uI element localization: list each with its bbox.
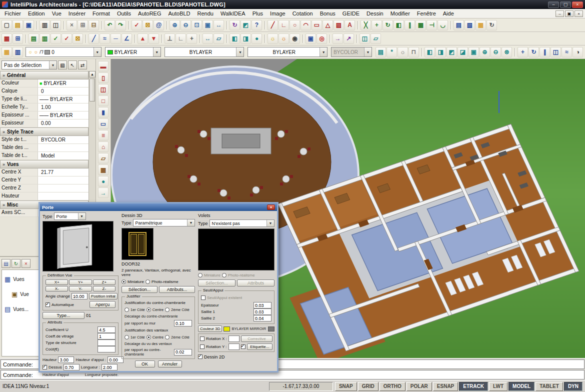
intersect-icon[interactable]: ⊗ [502, 47, 512, 58]
sweep-icon[interactable]: ◪ [458, 47, 468, 58]
select-objects-button[interactable]: ↖ [68, 60, 77, 70]
helix-icon[interactable]: ≈ [562, 47, 572, 58]
axis-rotate-button[interactable]: Z+ [93, 280, 116, 285]
render-mode-radio[interactable] [146, 280, 150, 284]
layer-freeze-icon[interactable]: * [386, 47, 397, 58]
hatch-icon[interactable]: ▨ [334, 20, 344, 30]
circle-icon[interactable]: ○ [290, 20, 300, 30]
angle-input[interactable] [72, 293, 88, 300]
longueur-input[interactable] [102, 364, 118, 370]
zoom-in-icon[interactable]: ⊕ [170, 20, 180, 30]
dessin3d-type-dropdown[interactable]: Paramétrique ▼ [133, 219, 195, 226]
menu-item[interactable]: Cotation [289, 10, 316, 18]
attribute-input[interactable] [98, 346, 116, 352]
type-button[interactable]: Type... [42, 312, 84, 319]
automatique-checkbox[interactable] [46, 302, 50, 307]
ok-button[interactable]: OK [135, 360, 155, 368]
trim-icon[interactable]: ⊣ [426, 20, 437, 30]
menu-item[interactable]: Format [89, 10, 114, 18]
layer-off-icon[interactable]: ☼ [398, 47, 408, 58]
color-3d-swatch[interactable] [224, 326, 230, 332]
menu-item[interactable]: Fichier [1, 10, 24, 18]
print-preview-icon[interactable]: ◫ [50, 20, 61, 30]
sun-properties-icon[interactable]: ☼ [278, 34, 289, 44]
property-value[interactable] [38, 192, 88, 200]
arc-icon[interactable]: ◠ [300, 20, 311, 30]
measure-distance-icon[interactable]: ↔ [202, 34, 213, 44]
offset-vantaux-input[interactable] [174, 349, 192, 356]
array-icon[interactable]: ▦ [416, 20, 426, 30]
redo-icon[interactable]: ↷ [116, 20, 126, 30]
status-toggle[interactable]: ESNAP [433, 382, 458, 391]
property-value[interactable]: 1.00 [38, 104, 88, 111]
color-dropdown[interactable]: BYLAYER ▼ [105, 47, 161, 57]
status-toggle[interactable]: MODEL [508, 382, 534, 391]
section-icon[interactable]: ◫ [550, 47, 561, 58]
volets-render-mode-radio[interactable] [198, 273, 202, 278]
ucs-origin-icon[interactable]: + [186, 34, 197, 44]
hyperlink-icon[interactable]: @ [154, 20, 164, 30]
seuil-input[interactable] [254, 315, 272, 322]
sheet-icon[interactable]: ▤ [28, 34, 39, 44]
couleur-3d-button[interactable]: Couleur 3D [198, 326, 222, 332]
attribute-input[interactable] [98, 340, 116, 346]
child-close-button[interactable]: × [574, 10, 583, 17]
menu-item[interactable]: Fenêtre [414, 10, 440, 18]
shade-mode-icon[interactable]: ◑ [572, 47, 583, 58]
etiquette-button[interactable]: Etiquette... [247, 344, 272, 350]
attributs-button[interactable]: Attributs... [159, 286, 195, 293]
menu-item[interactable]: Bonus [316, 10, 339, 18]
revision-cloud-icon[interactable]: ≈ [100, 34, 110, 44]
box-3d-icon[interactable]: ◧ [230, 34, 240, 44]
property-value[interactable] [38, 184, 88, 192]
line-icon[interactable]: ╱ [268, 20, 278, 30]
etransmit-icon[interactable]: ⊠ [72, 34, 83, 44]
print-icon[interactable]: ▥ [40, 20, 50, 30]
properties-icon[interactable]: ▤ [454, 20, 464, 30]
status-toggle[interactable]: POLAR [406, 382, 432, 391]
property-value[interactable] [38, 176, 88, 184]
rotate-3d-icon[interactable]: ↻ [528, 47, 539, 58]
snap-grid-icon[interactable]: ▦ [2, 34, 12, 44]
zoom-out-icon[interactable]: ⊖ [180, 20, 191, 30]
light-icon[interactable]: ☼ [268, 34, 278, 44]
property-value[interactable]: 0.00 [38, 120, 88, 127]
draw-slab-tool-icon[interactable]: ▱ [98, 153, 108, 164]
polygon-icon[interactable]: △ [322, 20, 333, 30]
status-toggle[interactable]: DYN [564, 382, 582, 391]
quick-select-button[interactable]: ▧ [58, 60, 67, 70]
seuil-input[interactable] [254, 302, 272, 308]
make-object-layer-icon[interactable]: ▤ [376, 47, 386, 58]
regen-icon[interactable]: ↻ [486, 20, 497, 30]
ucs-world-icon[interactable]: ⊥ [164, 34, 175, 44]
corrective-button[interactable]: Corrective [241, 336, 272, 342]
draw-order-down-icon[interactable]: ▼ [148, 34, 159, 44]
menu-item[interactable]: Aide [440, 10, 458, 18]
dessus-input[interactable] [64, 364, 80, 370]
dessin-2d-checkbox[interactable] [198, 354, 202, 359]
draw-ceiling-tool-icon[interactable]: ▦ [98, 164, 108, 175]
new-file-icon[interactable]: ▢ [2, 20, 12, 30]
volets-render-mode-radio[interactable] [222, 273, 226, 278]
rotation-y-input[interactable] [228, 344, 240, 350]
vantaux-justify-radio[interactable] [165, 335, 170, 340]
vantaux-justify-radio[interactable] [146, 335, 151, 340]
match-properties-icon[interactable]: ▧ [464, 20, 475, 30]
flatshot-icon[interactable]: ▱ [370, 34, 381, 44]
new-view-icon[interactable]: ▤ [2, 259, 10, 268]
status-toggle[interactable]: TABLET [536, 382, 563, 391]
menu-item[interactable]: Vue [48, 10, 65, 18]
property-value[interactable]: —— BYLAYER [38, 112, 88, 119]
property-value[interactable]: BYCOLOR [38, 136, 88, 144]
rotation-x-input[interactable] [228, 336, 240, 342]
chevron-down-icon[interactable]: ▼ [320, 48, 327, 56]
chevron-down-icon[interactable]: ▼ [153, 48, 160, 56]
protractor-icon[interactable]: ∠ [122, 34, 132, 44]
color-2d-swatch[interactable] [268, 326, 274, 332]
cylinder-3d-icon[interactable]: ◨ [240, 34, 251, 44]
property-value[interactable]: 0 [38, 88, 88, 95]
child-restore-button[interactable]: ▣ [565, 10, 574, 17]
undo-icon[interactable]: ↶ [104, 20, 115, 30]
status-toggle[interactable]: ETRACK [459, 382, 488, 391]
zoom-extents-icon[interactable]: ▣ [202, 20, 213, 30]
